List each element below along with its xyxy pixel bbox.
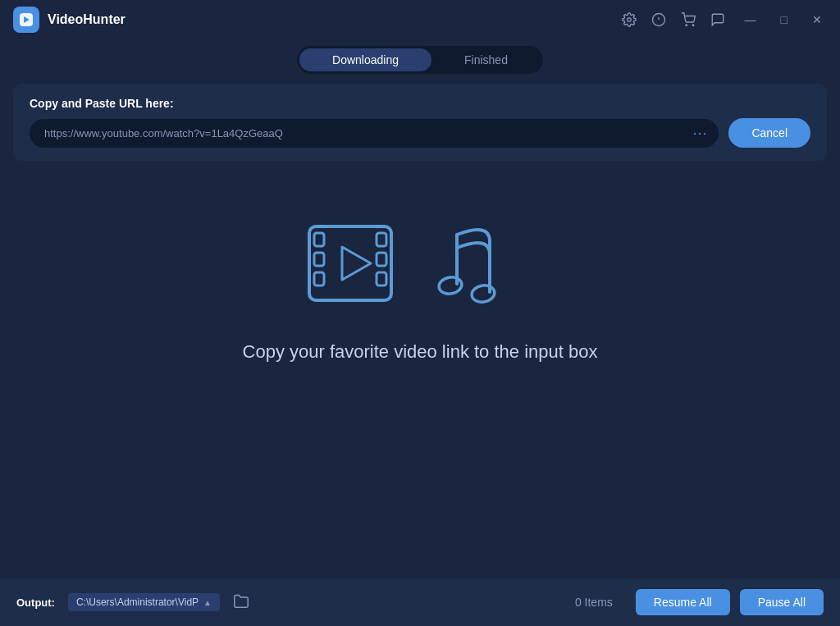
settings-icon[interactable]: [622, 12, 637, 27]
cancel-button[interactable]: Cancel: [728, 118, 810, 148]
close-button[interactable]: ✕: [807, 10, 827, 30]
app-title: VideoHunter: [48, 12, 126, 27]
pause-all-button[interactable]: Pause All: [740, 589, 824, 615]
svg-point-5: [686, 25, 687, 26]
output-label: Output:: [16, 596, 55, 609]
svg-point-6: [692, 25, 694, 26]
svg-point-18: [470, 284, 495, 304]
illustration-icons: [301, 210, 539, 317]
title-bar: VideoHunter: [0, 0, 840, 39]
main-content-card: Copy and Paste URL here: ··· Cancel: [13, 84, 827, 161]
video-icon: [301, 210, 416, 317]
url-input-row: ··· Cancel: [30, 118, 810, 148]
open-folder-button[interactable]: [233, 593, 249, 612]
svg-rect-13: [377, 272, 386, 286]
illustration-text: Copy your favorite video link to the inp…: [243, 341, 598, 363]
svg-rect-7: [309, 226, 391, 300]
bottom-bar: Output: C:\Users\Administrator\VidP ▲ 0 …: [0, 578, 840, 626]
url-input[interactable]: [30, 119, 719, 148]
svg-rect-9: [314, 253, 324, 266]
chat-icon[interactable]: [710, 12, 725, 27]
items-count: 0 Items: [575, 596, 613, 609]
svg-marker-14: [342, 247, 371, 280]
svg-rect-10: [314, 272, 324, 286]
cart-icon[interactable]: [681, 12, 696, 27]
svg-point-1: [627, 18, 631, 22]
title-bar-left: VideoHunter: [13, 7, 126, 33]
svg-rect-8: [314, 233, 324, 246]
output-path: C:\Users\Administrator\VidP ▲: [68, 593, 220, 611]
svg-rect-11: [377, 233, 386, 246]
url-spinner: ···: [692, 125, 707, 142]
loading-dots: ···: [692, 125, 707, 142]
tab-container: Downloading Finished: [297, 46, 543, 74]
url-input-wrapper: ···: [30, 119, 719, 148]
app-logo: [13, 7, 39, 33]
tab-bar: Downloading Finished: [0, 39, 840, 84]
path-arrow-icon: ▲: [203, 598, 212, 607]
tab-downloading[interactable]: Downloading: [299, 48, 431, 71]
output-path-text: C:\Users\Administrator\VidP: [76, 596, 199, 608]
svg-point-16: [437, 276, 463, 296]
info-icon[interactable]: [651, 12, 666, 27]
tab-finished[interactable]: Finished: [431, 48, 541, 71]
svg-rect-12: [377, 253, 386, 266]
illustration-area: Copy your favorite video link to the inp…: [0, 161, 840, 395]
url-section-label: Copy and Paste URL here:: [30, 97, 810, 110]
music-icon: [432, 210, 539, 317]
title-bar-right: — □ ✕: [622, 10, 827, 30]
resume-all-button[interactable]: Resume All: [636, 589, 730, 615]
minimize-button[interactable]: —: [740, 10, 761, 30]
maximize-button[interactable]: □: [776, 10, 792, 30]
